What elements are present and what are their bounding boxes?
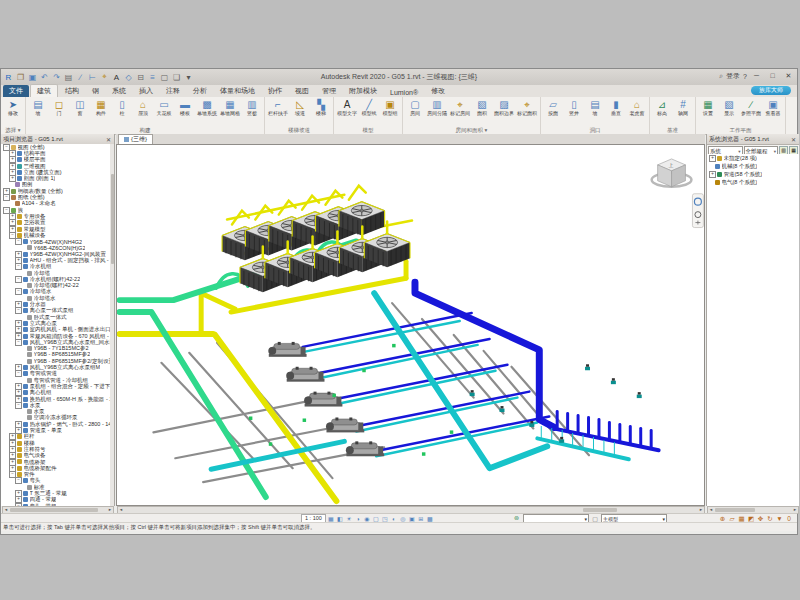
ribbon-tab-分析[interactable]: 分析	[187, 85, 213, 97]
ribbon-button-参照平面[interactable]: ∕参照平面	[740, 98, 762, 127]
tree-expander-icon[interactable]: −	[15, 276, 22, 283]
ribbon-button-门[interactable]: ◻门	[49, 98, 69, 127]
system-row[interactable]: 电气(8 个系统)	[707, 178, 799, 186]
tag-icon[interactable]: ⌖	[99, 72, 110, 83]
ribbon-tab-协作[interactable]: 协作	[262, 85, 288, 97]
help-icon[interactable]: ?	[743, 73, 747, 80]
ribbon-button-栏杆扶手[interactable]: ⌐栏杆扶手	[267, 98, 289, 127]
ribbon-button-构件[interactable]: ▦构件	[91, 98, 111, 127]
cyan-chilled-return-pipes[interactable]	[211, 293, 547, 469]
ribbon-button-柱[interactable]: ▯柱	[112, 98, 132, 127]
aligned-dimension-icon[interactable]: ⊢	[87, 72, 98, 83]
tree-expander-icon[interactable]: −	[15, 307, 22, 314]
search-icon[interactable]: ⌕	[719, 72, 723, 80]
maximize-button[interactable]: □	[766, 70, 779, 82]
ribbon-button-模型线[interactable]: ╱模型线	[359, 98, 379, 127]
ribbon-button-竖梃[interactable]: ▥竖梃	[242, 98, 262, 127]
tree-expander-icon[interactable]: −	[15, 288, 22, 295]
ribbon-button-幕墙网格[interactable]: ▦幕墙网格	[219, 98, 241, 127]
signin-label[interactable]: 登录	[726, 71, 740, 81]
print-icon[interactable]: ▤	[63, 72, 74, 83]
plugin-pill-button[interactable]: 族库大师	[751, 86, 791, 95]
undo-icon[interactable]: ↶	[39, 72, 50, 83]
tree-expander-icon[interactable]: −	[15, 238, 22, 245]
minimize-button[interactable]: ─	[750, 70, 763, 82]
save-icon[interactable]: ▣	[27, 72, 38, 83]
ribbon-button-竖井[interactable]: ▯竖井	[564, 98, 584, 127]
ribbon-button-墙[interactable]: ▤墙	[585, 98, 605, 127]
ribbon-button-标高[interactable]: ⊿标高	[652, 98, 672, 127]
tree-expander-icon[interactable]: −	[15, 477, 22, 484]
drawing-area[interactable]: 上	[116, 144, 705, 506]
ribbon-button-楼板[interactable]: ▬楼板	[175, 98, 195, 127]
open-icon[interactable]: ❐	[15, 72, 26, 83]
redo-icon[interactable]: ↷	[51, 72, 62, 83]
tree-expander-icon[interactable]: −	[15, 339, 22, 346]
customize-qat-icon[interactable]: ▾	[183, 72, 194, 83]
ribbon-button-修改[interactable]: ➤修改	[3, 98, 23, 127]
chiller-units[interactable]	[268, 342, 384, 456]
system-row[interactable]: +管道(58 个系统)	[707, 170, 799, 178]
ribbon-button-坡道[interactable]: ◺坡道	[290, 98, 310, 127]
ribbon-button-面积[interactable]: ▧面积	[472, 98, 492, 127]
ribbon-button-按面[interactable]: ▱按面	[543, 98, 563, 127]
revit-logo[interactable]: R	[3, 72, 14, 83]
close-button[interactable]: ✕	[782, 70, 795, 82]
tree-expander-icon[interactable]: −	[15, 402, 22, 409]
ribbon-tab-视图[interactable]: 视图	[289, 85, 315, 97]
ribbon-button-天花板[interactable]: ▭天花板	[154, 98, 174, 127]
ribbon-button-墙[interactable]: ▤墙	[28, 98, 48, 127]
viewcube[interactable]: 上	[652, 159, 692, 187]
thin-lines-icon[interactable]: ≡	[147, 72, 158, 83]
ribbon-tab-修改[interactable]: 修改	[425, 85, 451, 97]
tree-expander-icon[interactable]: −	[3, 194, 10, 201]
ribbon-button-房间分隔[interactable]: ▥房间分隔	[426, 98, 448, 127]
ribbon-button-窗[interactable]: ◫窗	[70, 98, 90, 127]
ribbon-tab-建筑[interactable]: 建筑	[30, 84, 58, 97]
ribbon-tab-文件[interactable]: 文件	[3, 85, 29, 97]
section-icon[interactable]: ⊟	[135, 72, 146, 83]
system-browser-close-icon[interactable]: ✕	[790, 136, 797, 143]
ribbon-button-查看器[interactable]: ▣查看器	[763, 98, 783, 127]
blue-chilled-water-main[interactable]	[415, 282, 659, 450]
tree-expander-icon[interactable]: +	[15, 427, 22, 434]
ribbon-button-屋顶[interactable]: ⌂屋顶	[133, 98, 153, 127]
ribbon-tab-附加模块[interactable]: 附加模块	[343, 85, 383, 97]
ribbon-button-显示[interactable]: ▧显示	[719, 98, 739, 127]
ribbon-tab-插入[interactable]: 插入	[133, 85, 159, 97]
ribbon-button-模型组[interactable]: ▣模型组	[380, 98, 400, 127]
switch-windows-icon[interactable]: ❏	[171, 72, 182, 83]
ribbon-button-幕墙系统[interactable]: ▩幕墙系统	[196, 98, 218, 127]
ribbon-tab-注释[interactable]: 注释	[160, 85, 186, 97]
tree-expander-icon[interactable]: +	[709, 171, 716, 178]
ribbon-button-垂直[interactable]: ▮垂直	[606, 98, 626, 127]
view-tab-3d[interactable]: {三维}	[118, 134, 153, 144]
ribbon-tab-管理[interactable]: 管理	[316, 85, 342, 97]
project-browser-close-icon[interactable]: ✕	[105, 136, 112, 143]
ribbon-button-面积边界[interactable]: ▨面积边界	[493, 98, 515, 127]
ribbon-button-设置[interactable]: ▦设置	[698, 98, 718, 127]
tree-expander-icon[interactable]: +	[709, 155, 716, 162]
close-hidden-windows-icon[interactable]: ▢	[159, 72, 170, 83]
ribbon-button-标记面积[interactable]: ⌖标记面积	[516, 98, 538, 127]
ribbon-button-轴网[interactable]: #轴网	[673, 98, 693, 127]
ribbon-tab-系统[interactable]: 系统	[106, 85, 132, 97]
ribbon-button-标记房间[interactable]: ⌖标记房间	[449, 98, 471, 127]
tree-expander-icon[interactable]: −	[15, 370, 22, 377]
tree-expander-icon[interactable]: +	[9, 175, 16, 182]
ribbon-tab-体量和场地[interactable]: 体量和场地	[214, 85, 261, 97]
system-row[interactable]: 机械(8 个系统)	[707, 162, 799, 170]
project-browser-vscrollbar[interactable]	[110, 144, 114, 506]
ribbon-tab-Lumion®[interactable]: Lumion®	[384, 88, 424, 97]
ribbon-button-模型文字[interactable]: A模型文字	[336, 98, 358, 127]
ribbon-tab-结构[interactable]: 结构	[59, 85, 85, 97]
system-browser-header[interactable]: 系统浏览器 - G05 1.rvt ✕	[707, 134, 799, 145]
tree-expander-icon[interactable]: −	[15, 263, 22, 270]
ribbon-tab-钢[interactable]: 钢	[86, 85, 105, 97]
ribbon-button-楼梯[interactable]: ▚楼梯	[311, 98, 331, 127]
measure-icon[interactable]: ∕	[75, 72, 86, 83]
default-3d-view-icon[interactable]: ◇	[123, 72, 134, 83]
text-icon[interactable]: A	[111, 72, 122, 83]
ribbon-button-老虎窗[interactable]: ⌂老虎窗	[627, 98, 647, 127]
ribbon-button-房间[interactable]: ▢房间	[405, 98, 425, 127]
